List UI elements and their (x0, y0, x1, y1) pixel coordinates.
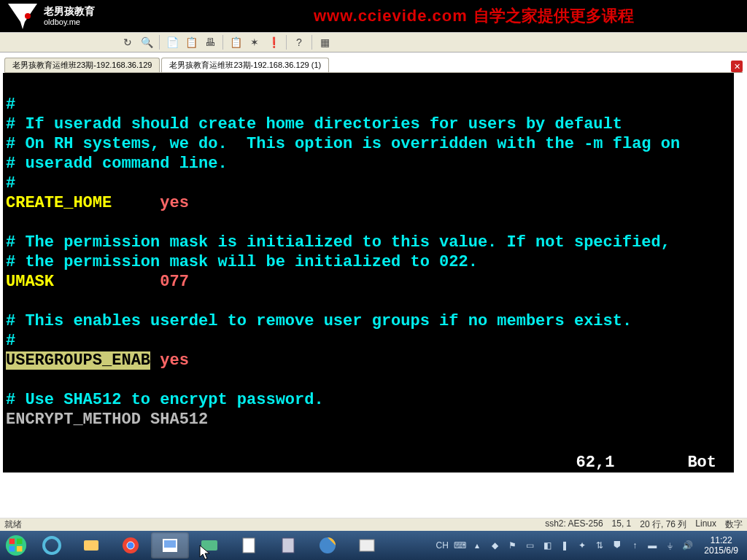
vim-status-line: 62,1 Bot (3, 452, 734, 472)
svg-rect-2 (9, 539, 15, 545)
refresh-icon[interactable]: ↻ (121, 36, 134, 49)
taskbar-app-terminal[interactable] (348, 532, 386, 559)
tray-app-icon[interactable]: ◧ (541, 539, 554, 552)
status-encryption: ssh2: AES-256 (545, 518, 603, 531)
separator (286, 35, 287, 50)
close-icon[interactable]: ✕ (731, 61, 743, 72)
logo-text-url: oldboy.me (44, 18, 95, 26)
key-icon[interactable]: ❗ (267, 36, 280, 49)
session-tab[interactable]: 老男孩教育运维班23期-192.168.36.129 (4, 58, 160, 72)
terminal-text: 077 (160, 273, 189, 291)
taskbar: CH ⌨ ▴ ◆ ⚑ ▭ ◧ ❚ ✦ ⇅ ⛊ ↑ ▬ ⏚ 🔊 11:22 201… (0, 531, 747, 560)
header-url: www.ccievide.com (314, 7, 468, 26)
taskbar-app-explorer[interactable] (72, 532, 110, 559)
settings-icon[interactable]: ▦ (318, 36, 331, 49)
terminal-line: # If useradd should create home director… (6, 114, 731, 134)
tray-battery-icon[interactable]: ▬ (646, 539, 659, 552)
status-numlock: 数字 (725, 518, 743, 531)
terminal-text: CREATE_HOME (6, 194, 112, 212)
terminal-line: # On RH systems, we do. This option is o… (6, 134, 731, 154)
print-icon[interactable]: 🖶 (204, 36, 217, 49)
taskbar-app-calc[interactable] (269, 532, 307, 559)
clock-date: 2015/6/9 (704, 545, 738, 556)
tray-flag-icon[interactable]: ⚑ (506, 539, 519, 552)
terminal-text (6, 292, 15, 311)
tray-network-icon[interactable]: ⇅ (593, 539, 606, 552)
terminal-text (150, 351, 160, 370)
svg-rect-7 (84, 540, 98, 551)
terminal-text: yes (160, 351, 189, 370)
svg-rect-13 (201, 540, 217, 551)
separator (222, 35, 223, 50)
svg-rect-17 (360, 540, 374, 551)
terminal-text: # The permission mask is initialized to … (6, 233, 670, 252)
terminal-text: yes (160, 194, 189, 212)
tray-shield-icon[interactable]: ⛊ (611, 539, 624, 552)
taskbar-app-vm[interactable] (190, 532, 228, 559)
status-row: 15, 1 (612, 518, 632, 531)
tray-lang[interactable]: CH (436, 539, 449, 552)
search-icon[interactable]: 🔍 (140, 36, 153, 49)
terminal-line: USERGROUPS_ENAB yes (6, 351, 731, 370)
svg-rect-3 (17, 539, 23, 545)
taskbar-app-browser[interactable] (309, 532, 347, 559)
terminal-text: # (6, 96, 15, 114)
svg-rect-12 (164, 540, 176, 548)
header-cn: 自学之家提供更多课程 (473, 5, 634, 27)
terminal-line: # (6, 331, 731, 351)
terminal-text: ENCRYPT_METHOD SHA512 (6, 411, 208, 429)
tray-wifi-icon[interactable]: ⏚ (663, 539, 676, 552)
terminal-line: # Use SHA512 to encrypt password. (6, 390, 731, 410)
start-button[interactable] (0, 531, 32, 560)
taskbar-app-chrome[interactable] (112, 532, 150, 559)
status-term: Linux (695, 518, 716, 531)
help-icon[interactable]: ? (293, 36, 306, 49)
tray-light-icon[interactable]: ✦ (576, 539, 589, 552)
tray-volume-icon[interactable]: 🔊 (681, 539, 694, 552)
vim-cursor-pos: 62,1 (576, 453, 615, 472)
logo-text-cn: 老男孩教育 (44, 6, 95, 17)
logo-mark-icon (4, 1, 41, 31)
wrench-icon[interactable]: ✶ (248, 36, 261, 49)
terminal-text: # If useradd should create home director… (6, 115, 622, 133)
terminal-line: # This enables userdel to remove user gr… (6, 311, 731, 331)
terminal-line: # The permission mask is initialized to … (6, 233, 731, 252)
tray-app-icon[interactable]: ◆ (488, 539, 501, 552)
terminal-line: # (6, 95, 731, 114)
tray-up-icon[interactable]: ↑ (628, 539, 641, 552)
tray-monitor-icon[interactable]: ▭ (523, 539, 536, 552)
terminal-line (6, 370, 731, 390)
svg-point-6 (44, 537, 60, 553)
taskbar-app-notepad[interactable] (230, 532, 268, 559)
terminal-line (6, 213, 731, 233)
terminal-line: # useradd command line. (6, 154, 731, 174)
taskbar-clock[interactable]: 11:22 2015/6/9 (704, 535, 738, 556)
clock-time: 11:22 (704, 535, 738, 545)
tab-label: 老男孩教育运维班23期-192.168.36.129 (1) (169, 60, 321, 71)
svg-rect-4 (9, 546, 15, 552)
terminal[interactable]: ## If useradd should create home directo… (3, 73, 734, 472)
terminal-text: # useradd command line. (6, 155, 228, 173)
terminal-text: # Use SHA512 to encrypt password. (6, 391, 324, 409)
taskbar-app-ie[interactable] (33, 532, 71, 559)
terminal-text (54, 273, 160, 291)
terminal-line: UMASK 077 (6, 272, 731, 292)
svg-rect-15 (282, 538, 294, 553)
paste-icon[interactable]: 📋 (185, 36, 198, 49)
session-tab[interactable]: 老男孩教育运维班23期-192.168.36.129 (1) (161, 58, 329, 72)
terminal-text: # This enables userdel to remove user gr… (6, 312, 632, 330)
taskbar-app-securecrt[interactable] (151, 532, 189, 559)
header-bar: 老男孩教育 oldboy.me www.ccievide.com 自学之家提供更… (0, 0, 747, 32)
svg-rect-14 (243, 538, 255, 553)
terminal-line: # the permission mask will be initialize… (6, 252, 731, 272)
copy-icon[interactable]: 📄 (166, 36, 179, 49)
vim-scroll-indicator: Bot (687, 453, 716, 472)
terminal-text (112, 194, 160, 212)
terminal-text: # (6, 332, 15, 350)
tray-keyboard-icon[interactable]: ⌨ (453, 539, 466, 552)
terminal-text (6, 371, 15, 389)
tray-usb-icon[interactable]: ❚ (558, 539, 571, 552)
svg-point-0 (25, 13, 31, 19)
tray-chevron-up-icon[interactable]: ▴ (471, 539, 484, 552)
paste2-icon[interactable]: 📋 (229, 36, 242, 49)
